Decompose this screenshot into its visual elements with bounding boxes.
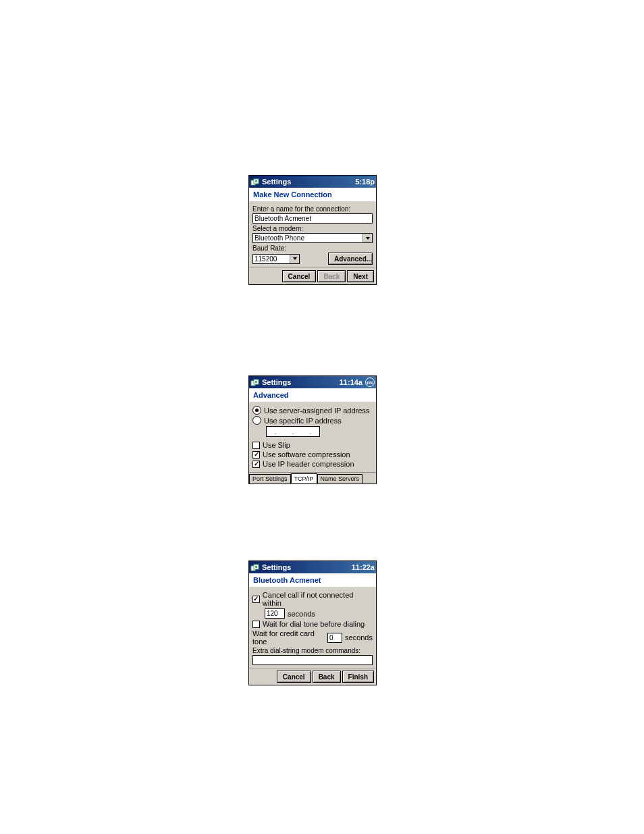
svg-rect-8 — [255, 566, 257, 568]
extra-commands-label: Extra dial-string modem commands: — [252, 647, 373, 654]
finish-button[interactable]: Finish — [342, 671, 374, 683]
clock: 11:22a — [352, 563, 375, 571]
title-text: Settings — [262, 563, 291, 571]
timeout-row: seconds — [265, 608, 373, 619]
titlebar: Settings 5:18p — [249, 176, 376, 188]
advanced-button[interactable]: Advanced... — [328, 253, 373, 265]
ip-address-input[interactable]: ... — [266, 426, 320, 437]
advanced-tcpip-dialog: Settings 11:14a ok Advanced Use server-a… — [248, 375, 377, 484]
radio-server-ip-row[interactable]: Use server-assigned IP address — [252, 406, 373, 415]
checkbox-icon — [252, 621, 260, 628]
title-text: Settings — [262, 378, 291, 386]
clock: 5:18p — [355, 178, 375, 186]
titlebar: Settings 11:14a ok — [249, 376, 376, 388]
checkbox-ip-compression-row[interactable]: Use IP header compression — [252, 460, 373, 468]
credit-label-1: Wait for credit card tone — [252, 629, 325, 646]
credit-label-2: seconds — [345, 633, 373, 642]
dropdown-arrow-icon — [290, 255, 299, 263]
checkbox-wait-dialtone-label: Wait for dial tone before dialing — [263, 620, 365, 628]
settings-icon — [250, 177, 260, 186]
credit-card-row: Wait for credit card tone seconds — [252, 629, 373, 646]
next-button[interactable]: Next — [347, 270, 374, 282]
radio-icon — [252, 406, 261, 415]
tab-port-settings[interactable]: Port Settings — [249, 474, 291, 484]
dialog-body: Cancel call if not connected within seco… — [249, 587, 376, 668]
checkbox-sw-compression-row[interactable]: Use software compression — [252, 450, 373, 459]
back-button: Back — [317, 270, 346, 282]
dialog-body: Use server-assigned IP address Use speci… — [249, 402, 376, 472]
tab-bar: Port Settings TCP/IP Name Servers — [249, 472, 376, 484]
dropdown-arrow-icon — [363, 234, 372, 242]
settings-icon — [250, 377, 260, 387]
checkbox-icon — [252, 442, 260, 449]
tab-tcpip[interactable]: TCP/IP — [291, 473, 317, 483]
checkbox-slip-label: Use Slip — [263, 441, 290, 449]
radio-specific-ip-label: Use specific IP address — [264, 417, 342, 425]
svg-rect-5 — [255, 381, 257, 383]
radio-server-ip-label: Use server-assigned IP address — [264, 407, 369, 415]
checkbox-slip-row[interactable]: Use Slip — [252, 441, 373, 449]
radio-specific-ip-row[interactable]: Use specific IP address — [252, 416, 373, 425]
dialog-body: Enter a name for the connection: Select … — [249, 201, 376, 267]
connection-name-input[interactable] — [252, 213, 373, 224]
baud-select[interactable]: 115200 — [252, 254, 300, 264]
radio-icon — [252, 416, 261, 425]
connection-name-label: Enter a name for the connection: — [252, 205, 373, 213]
settings-icon — [250, 563, 260, 572]
modem-label: Select a modem: — [252, 225, 373, 232]
dialog-heading: Bluetooth Acmenet — [249, 573, 376, 587]
titlebar: Settings 11:22a — [249, 561, 376, 573]
baud-value: 115200 — [254, 255, 277, 263]
checkbox-cancel-call-label: Cancel call if not connected within — [263, 591, 373, 607]
connection-options-dialog: Settings 11:22a Bluetooth Acmenet Cancel… — [248, 561, 377, 685]
ok-button[interactable]: ok — [365, 377, 375, 387]
checkbox-sw-compression-label: Use software compression — [263, 450, 350, 459]
checkbox-icon — [252, 451, 260, 459]
cancel-button[interactable]: Cancel — [277, 671, 311, 683]
make-new-connection-dialog: Settings 5:18p Make New Connection Enter… — [248, 175, 377, 285]
checkbox-cancel-call-row[interactable]: Cancel call if not connected within — [252, 591, 373, 607]
cancel-button[interactable]: Cancel — [282, 270, 317, 282]
checkbox-icon — [252, 461, 260, 468]
modem-select[interactable]: Bluetooth Phone — [252, 233, 373, 243]
clock: 11:14a — [340, 378, 363, 386]
checkbox-icon — [252, 596, 260, 603]
button-row: Cancel Back Finish — [249, 668, 376, 685]
timeout-unit-label: seconds — [288, 610, 315, 618]
credit-tone-input[interactable] — [327, 633, 342, 643]
dialog-heading: Advanced — [249, 388, 376, 402]
modem-value: Bluetooth Phone — [254, 234, 304, 242]
tab-name-servers[interactable]: Name Servers — [317, 474, 363, 484]
timeout-input[interactable] — [265, 608, 285, 619]
extra-commands-input[interactable] — [252, 655, 373, 665]
svg-rect-2 — [255, 180, 257, 182]
back-button[interactable]: Back — [313, 671, 341, 683]
baud-label: Baud Rate: — [252, 244, 373, 252]
title-text: Settings — [262, 178, 291, 186]
button-row: Cancel Back Next — [249, 267, 376, 284]
checkbox-wait-dialtone-row[interactable]: Wait for dial tone before dialing — [252, 620, 373, 628]
checkbox-ip-compression-label: Use IP header compression — [263, 460, 354, 468]
dialog-heading: Make New Connection — [249, 188, 376, 201]
